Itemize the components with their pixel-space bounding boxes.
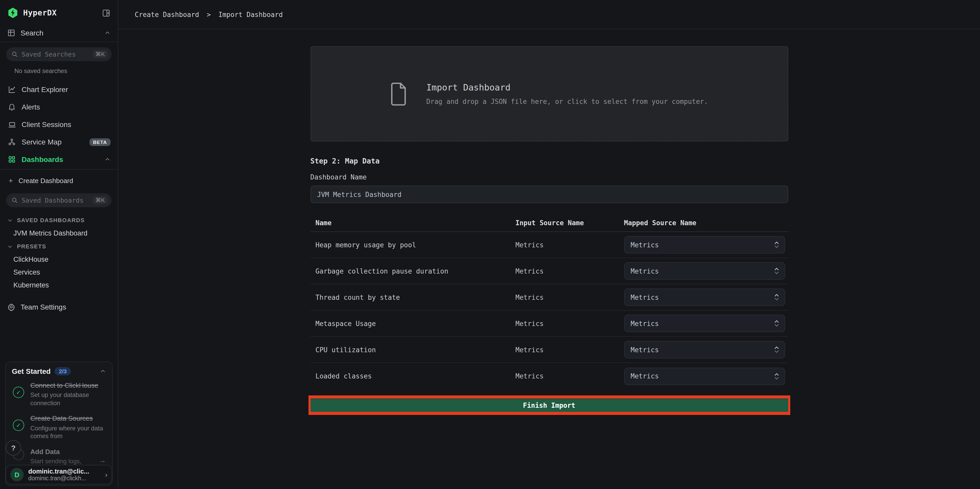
mapped-source-select[interactable]: Metrics xyxy=(624,367,785,385)
mapped-source-select[interactable]: Metrics xyxy=(624,262,785,280)
row-input-source: Metrics xyxy=(515,346,624,354)
team-settings-label: Team Settings xyxy=(21,303,66,311)
chevron-down-icon xyxy=(7,217,13,223)
avatar: D xyxy=(10,468,24,481)
select-chevrons-icon xyxy=(773,267,779,275)
sidebar-item-client-sessions[interactable]: Client Sessions xyxy=(0,116,118,133)
get-started-item-connect[interactable]: ✓ Connect to ClickHouse Set up your data… xyxy=(12,381,106,408)
sidebar-item-search[interactable]: Search xyxy=(0,24,118,42)
mapped-source-select[interactable]: Metrics xyxy=(624,288,785,306)
progress-badge: 2/3 xyxy=(55,367,71,375)
finish-import-button[interactable]: Finish Import xyxy=(310,398,788,412)
select-chevrons-icon xyxy=(773,241,779,249)
row-input-source: Metrics xyxy=(515,372,624,380)
create-dashboard-button[interactable]: + Create Dashboard xyxy=(0,173,118,188)
user-name: dominic.tran@clic... xyxy=(28,468,105,475)
row-name: Thread count by state xyxy=(310,293,515,301)
sidebar-item-services[interactable]: Services xyxy=(0,266,118,279)
chevron-up-icon[interactable] xyxy=(100,368,106,374)
get-started-title: Get Started xyxy=(12,367,51,375)
divider xyxy=(0,169,118,170)
app-title: HyperDX xyxy=(23,8,102,18)
saved-dashboards-input[interactable]: Saved Dashboards ⌘K xyxy=(6,193,111,207)
sidebar-item-service-map[interactable]: Service Map BETA xyxy=(0,133,118,151)
row-input-source: Metrics xyxy=(515,320,624,327)
select-value: Metrics xyxy=(631,346,659,354)
row-input-source: Metrics xyxy=(515,267,624,275)
saved-searches-input[interactable]: Saved Searches ⌘K xyxy=(6,47,111,61)
sidebar-item-team-settings[interactable]: Team Settings xyxy=(0,297,118,317)
sidebar-item-kubernetes[interactable]: Kubernetes xyxy=(0,279,118,291)
select-chevrons-icon xyxy=(773,372,779,380)
select-chevrons-icon xyxy=(773,319,779,328)
user-menu[interactable]: D dominic.tran@clic... dominic.tran@clic… xyxy=(6,465,112,484)
presets-group-label: PRESETS xyxy=(17,243,46,249)
table-row: CPU utilization Metrics Metrics xyxy=(310,337,788,363)
get-started-item-title: Connect to ClickHouse xyxy=(30,382,98,389)
chevron-up-icon[interactable] xyxy=(104,156,111,162)
alerts-label: Alerts xyxy=(22,103,111,111)
table-header: Name Input Source Name Mapped Source Nam… xyxy=(310,214,788,232)
dashboard-name-input[interactable] xyxy=(310,186,788,203)
shortcut-badge: ⌘K xyxy=(93,50,107,58)
col-mapped-source: Mapped Source Name xyxy=(624,219,788,227)
get-started-item-desc: Configure where your data comes from xyxy=(30,424,106,440)
main-area: Create Dashboard > Import Dashboard Impo… xyxy=(118,0,980,489)
sidebar-item-dashboards[interactable]: Dashboards xyxy=(0,151,118,168)
mapped-source-select[interactable]: Metrics xyxy=(624,236,785,253)
select-chevrons-icon xyxy=(773,293,779,301)
service-map-label: Service Map xyxy=(22,138,89,146)
get-started-item-sources[interactable]: ✓ Create Data Sources Configure where yo… xyxy=(12,414,106,441)
sidebar-item-chart-explorer[interactable]: Chart Explorer xyxy=(0,81,118,98)
row-name: Heap memory usage by pool xyxy=(310,241,515,248)
breadcrumb: Create Dashboard > Import Dashboard xyxy=(135,11,283,18)
saved-dashboards-placeholder: Saved Dashboards xyxy=(22,196,93,204)
file-icon xyxy=(390,82,407,106)
mapped-source-select[interactable]: Metrics xyxy=(624,341,785,358)
app-window: HyperDX Search xyxy=(0,0,980,489)
row-input-source: Metrics xyxy=(515,241,624,248)
row-name: Loaded classes xyxy=(310,372,515,380)
select-value: Metrics xyxy=(631,241,659,248)
breadcrumb-separator: > xyxy=(207,11,211,18)
breadcrumb-import-dashboard: Import Dashboard xyxy=(218,11,283,18)
help-button[interactable]: ? xyxy=(6,440,21,456)
chevron-up-icon[interactable] xyxy=(104,30,111,36)
check-circle-icon: ✓ xyxy=(13,420,24,431)
group-presets[interactable]: PRESETS xyxy=(0,240,118,253)
dashboards-label: Dashboards xyxy=(22,155,104,164)
import-dropzone[interactable]: Import Dashboard Drag and drop a JSON fi… xyxy=(310,46,788,142)
plus-icon: + xyxy=(7,176,14,185)
hyperdx-logo-icon xyxy=(7,7,19,19)
col-name: Name xyxy=(310,219,515,227)
sidebar-collapse-icon[interactable] xyxy=(102,8,111,17)
mapping-table: Name Input Source Name Mapped Source Nam… xyxy=(310,214,788,389)
select-value: Metrics xyxy=(631,293,659,301)
chevron-right-icon: › xyxy=(105,470,107,479)
logo-row: HyperDX xyxy=(0,0,118,24)
service-map-icon xyxy=(7,138,16,146)
search-icon xyxy=(11,51,18,57)
row-input-source: Metrics xyxy=(515,293,624,301)
mapped-source-select[interactable]: Metrics xyxy=(624,315,785,332)
sidebar-item-jvm-metrics-dashboard[interactable]: JVM Metrics Dashboard xyxy=(0,227,118,240)
beta-badge: BETA xyxy=(89,138,111,146)
col-input-source: Input Source Name xyxy=(515,219,624,227)
sidebar-item-alerts[interactable]: Alerts xyxy=(0,98,118,116)
chevron-down-icon xyxy=(7,244,13,249)
saved-dashboards-group-label: SAVED DASHBOARDS xyxy=(17,217,85,223)
dashboards-icon xyxy=(7,155,16,164)
table-row: Metaspace Usage Metrics Metrics xyxy=(310,311,788,337)
sidebar-item-clickhouse[interactable]: ClickHouse xyxy=(0,253,118,266)
check-circle-icon: ✓ xyxy=(13,387,24,398)
get-started-item-title: Create Data Sources xyxy=(30,415,93,422)
row-name: CPU utilization xyxy=(310,346,515,354)
group-saved-dashboards[interactable]: SAVED DASHBOARDS xyxy=(0,213,118,227)
select-chevrons-icon xyxy=(773,346,779,354)
dropzone-title: Import Dashboard xyxy=(426,82,708,92)
breadcrumb-create-dashboard[interactable]: Create Dashboard xyxy=(135,11,199,18)
laptop-icon xyxy=(7,120,16,129)
table-row: Thread count by state Metrics Metrics xyxy=(310,284,788,311)
gear-icon xyxy=(7,303,16,311)
annotation-highlight-box: Finish Import xyxy=(308,395,790,415)
